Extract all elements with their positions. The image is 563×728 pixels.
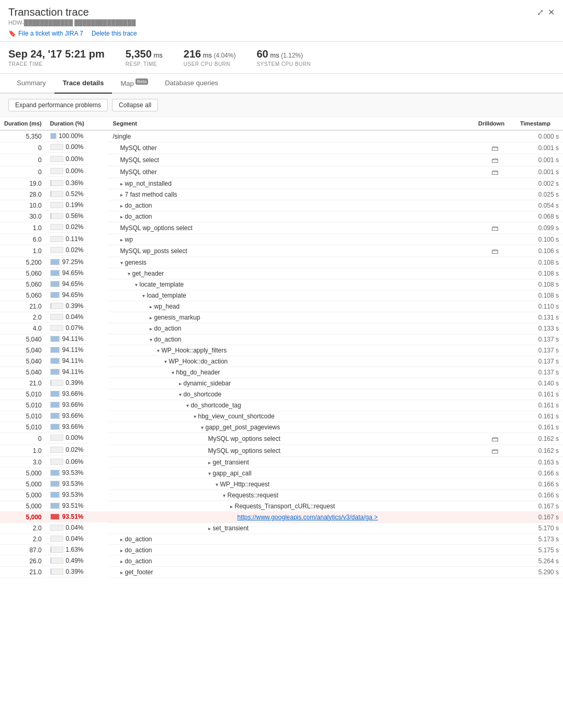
duration-bar xyxy=(50,292,60,298)
expand-arrow-icon[interactable]: ▸ xyxy=(120,203,123,209)
expand-arrow-icon[interactable]: ▾ xyxy=(216,482,218,487)
expand-arrow-icon[interactable]: ▾ xyxy=(194,414,196,419)
cell-duration-ms: 5,040 xyxy=(0,367,46,378)
expand-arrow-icon[interactable]: ▸ xyxy=(179,381,182,386)
cell-segment: MySQL wp_options select xyxy=(109,222,475,234)
duration-bar xyxy=(50,213,64,219)
expand-icon[interactable]: ⤢ xyxy=(537,7,544,17)
drilldown-icon[interactable]: 🗃 xyxy=(491,156,499,164)
cell-duration-ms: 5,000 xyxy=(0,468,46,479)
expand-arrow-icon[interactable]: ▸ xyxy=(230,504,233,509)
expand-arrow-icon[interactable]: ▸ xyxy=(120,181,123,187)
tab-map[interactable]: MapBeta xyxy=(112,74,156,94)
segment-label: genesis_markup xyxy=(154,314,200,321)
expand-arrow-icon[interactable]: ▸ xyxy=(120,237,123,243)
table-row: 5,20097.25%▾genesis0.108 s xyxy=(0,257,563,268)
expand-arrow-icon[interactable]: ▾ xyxy=(179,392,182,397)
cell-duration-ms: 21.0 xyxy=(0,301,46,312)
tab-trace-details[interactable]: Trace details xyxy=(54,74,112,94)
col-header-duration-pct: Duration (%) xyxy=(46,117,109,130)
cell-segment: ▾load_template xyxy=(109,290,475,301)
cell-duration-pct: 0.00% xyxy=(46,142,88,153)
cell-segment: ▸Requests_Transport_cURL::request xyxy=(109,500,475,511)
cell-drilldown xyxy=(474,479,516,490)
cell-timestamp: 0.166 s xyxy=(516,490,563,500)
collapse-all-button[interactable]: Collapse all xyxy=(112,99,158,111)
expand-arrow-icon[interactable]: ▾ xyxy=(164,359,167,365)
drilldown-icon[interactable]: 🗃 xyxy=(491,224,499,232)
cell-timestamp: 0.166 s xyxy=(516,468,563,479)
expand-arrow-icon[interactable]: ▾ xyxy=(172,370,174,376)
expand-arrow-icon[interactable]: ▸ xyxy=(150,315,152,321)
drilldown-icon[interactable]: 🗃 xyxy=(491,435,499,443)
duration-bar xyxy=(50,435,64,441)
delete-link[interactable]: Delete this trace xyxy=(92,30,137,37)
drilldown-icon[interactable]: 🗃 xyxy=(491,447,499,455)
duration-bar-fill xyxy=(51,292,59,298)
cell-segment: /single xyxy=(109,130,475,142)
expand-problems-button[interactable]: Expand performance problems xyxy=(8,99,108,111)
cell-duration-ms: 5,010 xyxy=(0,400,46,411)
cell-timestamp: 0.054 s xyxy=(516,200,563,211)
expand-arrow-icon[interactable]: ▸ xyxy=(150,304,152,310)
expand-arrow-icon[interactable]: ▾ xyxy=(150,337,152,343)
expand-arrow-icon[interactable]: ▾ xyxy=(223,493,226,498)
user-cpu-value: 216 ms (4.04%) xyxy=(184,48,236,60)
expand-arrow-icon[interactable]: ▸ xyxy=(120,548,123,553)
cell-segment: ▾do_action xyxy=(109,334,475,345)
duration-bar xyxy=(50,424,60,430)
cell-drilldown xyxy=(474,211,516,222)
trace-time-value: Sep 24, '17 5:21 pm xyxy=(8,48,105,60)
drilldown-icon[interactable]: 🗃 xyxy=(491,247,499,255)
tab-summary[interactable]: Summary xyxy=(8,74,54,94)
expand-arrow-icon[interactable]: ▸ xyxy=(150,326,152,332)
cell-drilldown xyxy=(474,500,516,511)
expand-arrow-icon[interactable]: ▾ xyxy=(142,293,145,299)
expand-arrow-icon[interactable]: ▾ xyxy=(120,260,123,266)
expand-arrow-icon[interactable]: ▸ xyxy=(120,537,123,542)
duration-pct-text: 0.11% xyxy=(65,235,83,243)
expand-arrow-icon[interactable]: ▸ xyxy=(120,192,123,198)
duration-bar xyxy=(50,481,60,487)
drilldown-icon[interactable]: 🗃 xyxy=(491,168,499,176)
jira-link[interactable]: 🔖 File a ticket with JIRA 7 xyxy=(8,30,83,37)
expand-arrow-icon[interactable]: ▾ xyxy=(128,271,130,277)
duration-pct-text: 94.11% xyxy=(62,357,84,365)
expand-arrow-icon[interactable]: ▸ xyxy=(120,559,123,564)
expand-arrow-icon[interactable]: ▸ xyxy=(208,460,211,465)
drilldown-icon[interactable]: 🗃 xyxy=(491,144,499,152)
expand-arrow-icon[interactable]: ▸ xyxy=(208,526,211,531)
expand-arrow-icon[interactable]: ▾ xyxy=(157,348,160,354)
expand-arrow-icon[interactable]: ▾ xyxy=(201,425,204,430)
table-row: 30.00.56%▸do_action0.068 s xyxy=(0,211,563,222)
expand-arrow-icon[interactable]: ▾ xyxy=(135,282,138,288)
expand-arrow-icon[interactable]: ▸ xyxy=(120,570,123,575)
duration-bar xyxy=(50,492,60,498)
cell-segment: ▸do_action xyxy=(109,533,475,544)
segment-label: Requests_Transport_cURL::request xyxy=(235,503,335,510)
duration-bar xyxy=(50,202,64,208)
cell-segment: ▸wp xyxy=(109,234,475,245)
close-icon[interactable]: ✕ xyxy=(548,7,555,17)
cell-duration-ms: 2.0 xyxy=(0,522,46,533)
table-row: 5,01093.66%▾do_shortcode0.161 s xyxy=(0,389,563,400)
table-row: 5,00093.53%▾Requests::request0.166 s xyxy=(0,490,563,500)
duration-bar xyxy=(50,259,60,265)
cell-segment: MySQL select xyxy=(109,154,475,166)
expand-arrow-icon[interactable]: ▸ xyxy=(120,214,123,220)
cell-drilldown: 🗃 xyxy=(474,166,516,178)
cell-duration-ms: 5,040 xyxy=(0,334,46,345)
cell-segment: MySQL wp_options select xyxy=(109,433,475,445)
segment-label: wp_not_installed xyxy=(125,180,172,187)
segment-label[interactable]: https://www.googleapis.com/analytics/v3/… xyxy=(238,514,378,521)
resp-time-value: 5,350 ms xyxy=(126,48,163,60)
expand-arrow-icon[interactable]: ▾ xyxy=(186,403,189,408)
cell-segment: MySQL other xyxy=(109,166,475,178)
cell-drilldown xyxy=(474,257,516,268)
table-row: 5,04094.11%▾hbg_do_header0.137 s xyxy=(0,367,563,378)
duration-pct-text: 93.66% xyxy=(62,390,84,397)
tab-db-queries[interactable]: Database queries xyxy=(156,74,227,94)
expand-arrow-icon[interactable]: ▾ xyxy=(208,471,211,476)
cell-duration-pct: 93.53% xyxy=(46,490,88,500)
cell-timestamp: 0.002 s xyxy=(516,178,563,189)
